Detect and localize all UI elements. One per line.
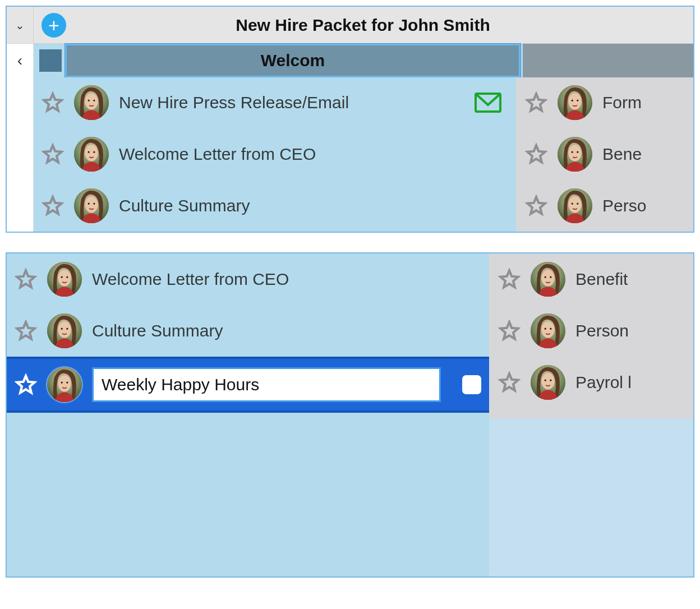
assignee-avatar[interactable] xyxy=(531,313,565,348)
card[interactable]: Form xyxy=(516,77,693,129)
star-icon[interactable] xyxy=(15,373,37,396)
toolbar: ⌄ + New Hire Packet for John Smith xyxy=(7,7,693,44)
assignee-avatar[interactable] xyxy=(47,313,82,348)
card[interactable]: Welcome Letter from CEO xyxy=(7,253,489,305)
card[interactable]: Culture Summary xyxy=(7,305,489,357)
star-icon[interactable] xyxy=(498,371,521,394)
assignee-avatar[interactable] xyxy=(47,262,82,297)
card-title: Culture Summary xyxy=(119,196,508,215)
assignee-avatar[interactable] xyxy=(531,365,565,400)
back-button[interactable]: ‹ xyxy=(7,44,34,77)
board-panel-top: ⌄ + New Hire Packet for John Smith ‹ New… xyxy=(6,6,694,233)
card[interactable]: Welcome Letter from CEO xyxy=(34,129,516,181)
assignee-avatar[interactable] xyxy=(47,367,82,402)
card-title: Culture Summary xyxy=(92,321,481,340)
column-title-input[interactable] xyxy=(67,45,519,76)
chevron-left-icon: ‹ xyxy=(17,52,22,70)
card-title: Welcome Letter from CEO xyxy=(119,145,508,164)
empty-secondary xyxy=(489,418,693,576)
card-title: Bene xyxy=(602,145,685,164)
star-icon[interactable] xyxy=(42,143,64,165)
column-header-editing[interactable] xyxy=(65,44,521,77)
column-primary: New Hire Press Release/Email Welcome Let… xyxy=(34,77,516,232)
assignee-avatar[interactable] xyxy=(558,188,592,223)
column-secondary: Form Bene Perso xyxy=(516,77,693,232)
card[interactable]: Person xyxy=(489,305,693,357)
card-title: Perso xyxy=(602,196,685,215)
chevron-down-icon: ⌄ xyxy=(15,19,25,32)
card-title: Person xyxy=(575,321,685,340)
star-icon[interactable] xyxy=(15,320,37,342)
assignee-avatar[interactable] xyxy=(74,137,109,172)
assignee-avatar[interactable] xyxy=(558,137,592,172)
card[interactable]: Culture Summary xyxy=(34,180,516,232)
card[interactable]: Benefit xyxy=(489,253,693,305)
star-icon[interactable] xyxy=(42,91,64,114)
column-header-secondary[interactable] xyxy=(523,44,693,77)
star-icon[interactable] xyxy=(525,195,547,217)
star-icon[interactable] xyxy=(42,195,64,217)
confirm-checkbox[interactable] xyxy=(462,375,481,394)
card[interactable]: Bene xyxy=(516,129,693,181)
page-title: New Hire Packet for John Smith xyxy=(66,16,693,35)
card-title: Form xyxy=(602,93,685,112)
assignee-avatar[interactable] xyxy=(74,188,109,223)
card-title: Benefit xyxy=(575,270,685,289)
plus-icon: + xyxy=(48,16,59,35)
card-editing[interactable] xyxy=(7,357,489,413)
card[interactable]: Payrol l xyxy=(489,357,693,408)
star-icon[interactable] xyxy=(525,143,547,165)
star-icon[interactable] xyxy=(15,268,37,290)
add-button[interactable]: + xyxy=(42,13,66,38)
assignee-avatar[interactable] xyxy=(531,262,565,297)
board: New Hire Press Release/Email Welcome Let… xyxy=(34,77,693,232)
card[interactable]: Perso xyxy=(516,180,693,232)
assignee-avatar[interactable] xyxy=(558,85,592,120)
star-icon[interactable] xyxy=(498,268,521,290)
collapse-toggle[interactable]: ⌄ xyxy=(7,7,34,43)
column-color-swatch[interactable] xyxy=(39,49,62,72)
assignee-avatar[interactable] xyxy=(74,85,109,120)
card-title: New Hire Press Release/Email xyxy=(119,93,464,112)
column-header-row: ‹ xyxy=(7,44,693,77)
star-icon[interactable] xyxy=(498,320,521,342)
empty-area xyxy=(7,418,693,576)
card-title: Welcome Letter from CEO xyxy=(92,270,481,289)
mail-icon[interactable] xyxy=(475,93,501,113)
board-panel-bottom: Welcome Letter from CEO Culture Summary … xyxy=(6,252,694,578)
star-icon[interactable] xyxy=(525,91,547,114)
card-title-input[interactable] xyxy=(92,367,441,402)
card[interactable]: New Hire Press Release/Email xyxy=(34,77,516,129)
card-title: Payrol l xyxy=(575,373,685,392)
empty-primary xyxy=(7,418,489,576)
